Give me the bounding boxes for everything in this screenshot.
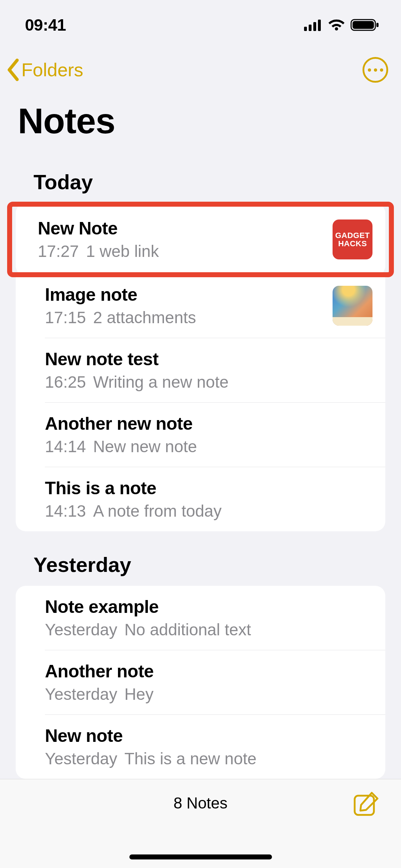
svg-rect-5 <box>353 21 374 29</box>
note-time: 17:27 <box>38 242 79 261</box>
note-title: New Note <box>38 218 324 239</box>
note-time: Yesterday <box>45 684 117 704</box>
svg-rect-2 <box>313 22 316 31</box>
section-heading-yesterday: Yesterday <box>0 531 401 586</box>
note-item[interactable]: New note test 16:25 Writing a new note <box>16 338 385 402</box>
note-time: 16:25 <box>45 372 86 392</box>
battery-icon <box>350 18 380 32</box>
page-title: Notes <box>0 83 401 149</box>
note-title: Another note <box>45 661 372 682</box>
note-item[interactable]: Note example Yesterday No additional tex… <box>16 586 385 650</box>
nav-bar: Folders <box>0 50 401 83</box>
back-button[interactable]: Folders <box>6 58 83 82</box>
highlighted-note-wrap: New Note 17:27 1 web link GADGETHACKS <box>9 203 392 276</box>
svg-rect-1 <box>309 25 312 31</box>
note-item[interactable]: Another note Yesterday Hey <box>16 650 385 714</box>
note-thumbnail <box>333 286 372 326</box>
note-group-yesterday: Note example Yesterday No additional tex… <box>16 586 385 779</box>
note-title: Note example <box>45 596 372 617</box>
note-snippet: No additional text <box>124 620 251 639</box>
cellular-icon <box>304 19 323 31</box>
note-snippet: This is a new note <box>124 749 257 768</box>
note-title: New note test <box>45 349 372 370</box>
status-bar: 09:41 <box>0 0 401 50</box>
svg-rect-0 <box>304 27 307 31</box>
note-snippet: 1 web link <box>86 242 159 261</box>
note-snippet: A note from today <box>93 501 222 521</box>
note-time: 14:13 <box>45 501 86 521</box>
note-snippet: New new note <box>93 437 197 456</box>
wifi-icon <box>328 19 345 31</box>
note-item[interactable]: Image note 17:15 2 attachments <box>16 274 385 338</box>
more-button[interactable] <box>363 57 388 83</box>
note-time: 14:14 <box>45 437 86 456</box>
note-time: 17:15 <box>45 308 86 327</box>
back-label: Folders <box>21 59 83 81</box>
compose-icon <box>352 791 380 818</box>
status-indicators <box>304 18 380 32</box>
note-snippet: Hey <box>124 684 154 704</box>
notes-count: 8 Notes <box>174 794 228 812</box>
note-item[interactable]: Another new note 14:14 New new note <box>16 403 385 467</box>
note-item[interactable]: New note Yesterday This is a new note <box>16 715 385 779</box>
note-item[interactable]: New Note 17:27 1 web link GADGETHACKS <box>16 203 385 276</box>
compose-button[interactable] <box>352 791 380 820</box>
note-snippet: Writing a new note <box>93 372 228 392</box>
bottom-toolbar: 8 Notes <box>0 779 401 868</box>
note-time: Yesterday <box>45 749 117 768</box>
note-title: This is a note <box>45 478 372 498</box>
status-time: 09:41 <box>25 15 66 35</box>
note-title: New note <box>45 725 372 746</box>
svg-rect-6 <box>376 23 379 27</box>
note-item[interactable]: This is a note 14:13 A note from today <box>16 467 385 531</box>
note-thumbnail: GADGETHACKS <box>333 219 372 259</box>
section-heading-today: Today <box>0 149 401 203</box>
note-group-today: Image note 17:15 2 attachments New note … <box>16 274 385 531</box>
home-indicator[interactable] <box>129 854 272 859</box>
note-title: Image note <box>45 284 324 305</box>
note-title: Another new note <box>45 413 372 434</box>
svg-rect-3 <box>318 20 321 31</box>
note-time: Yesterday <box>45 620 117 639</box>
chevron-left-icon <box>6 58 20 82</box>
note-snippet: 2 attachments <box>93 308 196 327</box>
